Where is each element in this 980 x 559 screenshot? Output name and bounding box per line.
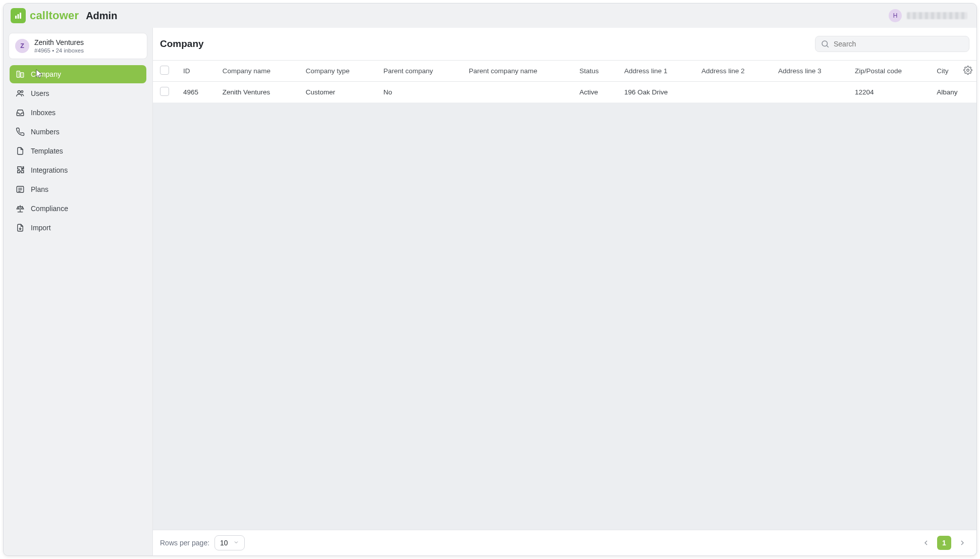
brand-name: calltower [30,9,79,22]
business-icon [16,70,25,79]
svg-rect-1 [18,14,19,19]
cell-status: Active [572,82,617,103]
cell-address2 [694,82,771,103]
users-icon [16,89,25,98]
topbar: calltower Admin H [4,4,976,28]
cell-company_name: Zenith Ventures [215,82,299,103]
row-checkbox[interactable] [160,87,169,96]
cell-address3 [771,82,848,103]
next-page-button[interactable] [955,536,969,550]
svg-point-10 [18,90,20,93]
pagination: 1 [919,536,969,550]
rows-per-page-select[interactable]: 10 [214,535,245,550]
column-header[interactable]: ID [176,61,215,82]
account-avatar: Z [15,39,29,53]
page-header: Company [153,28,976,61]
app-window: calltower Admin H Z Zenith Ventures #496… [3,3,977,556]
search-icon [821,39,830,48]
app-title: Admin [86,10,117,22]
user-avatar[interactable]: H [889,9,902,22]
table-row[interactable]: 4965Zenith VenturesCustomerNoActive196 O… [153,82,976,103]
user-name-redacted [907,12,967,19]
sidebar-nav: CompanyUsersInboxesNumbersTemplatesInteg… [9,65,147,237]
column-header[interactable]: Status [572,61,617,82]
svg-line-18 [827,45,828,47]
account-meta: #4965 • 24 inboxes [34,47,84,54]
page-title: Company [160,38,204,49]
column-header[interactable]: Address line 3 [771,61,848,82]
sidebar-item-templates[interactable]: Templates [10,142,146,160]
column-header[interactable]: Company type [299,61,376,82]
table-scroll[interactable]: IDCompany nameCompany typeParent company… [153,61,976,103]
sidebar-item-label: Integrations [31,166,68,174]
account-card[interactable]: Z Zenith Ventures #4965 • 24 inboxes [9,33,147,59]
account-name: Zenith Ventures [34,38,84,46]
body: Z Zenith Ventures #4965 • 24 inboxes Com… [4,28,976,555]
rows-per-page-label: Rows per page: [160,539,209,547]
header-checkbox-cell [153,61,176,82]
table-footer: Rows per page: 10 1 [153,530,976,555]
sidebar: Z Zenith Ventures #4965 • 24 inboxes Com… [4,28,153,555]
sidebar-item-label: Plans [31,185,48,193]
cell-parent_company: No [376,82,462,103]
brand-chip[interactable]: calltower [11,8,79,23]
inbox-icon [16,108,25,117]
cell-parent_company_name [462,82,572,103]
main: Company IDCompany nameC [153,28,976,555]
sidebar-item-company[interactable]: Company [10,65,146,83]
list-icon [16,185,25,194]
rows-per-page-value: 10 [220,539,228,547]
sidebar-item-integrations[interactable]: Integrations [10,161,146,179]
table-area: IDCompany nameCompany typeParent company… [153,61,976,103]
row-checkbox-cell [153,82,176,103]
sidebar-item-users[interactable]: Users [10,84,146,103]
cell-zip: 12204 [848,82,930,103]
sidebar-item-label: Templates [31,147,63,155]
svg-point-19 [967,69,969,72]
column-settings-button[interactable] [963,66,972,75]
column-header[interactable]: Address line 2 [694,61,771,82]
sidebar-item-label: Import [31,224,51,232]
sidebar-item-label: Company [31,70,61,78]
column-header[interactable]: Parent company name [462,61,572,82]
search-input-wrap[interactable] [815,36,969,52]
svg-rect-2 [20,13,21,19]
svg-point-11 [21,90,23,92]
phone-icon [16,127,25,136]
select-all-checkbox[interactable] [160,66,169,75]
column-header[interactable]: Company name [215,61,299,82]
footer-left: Rows per page: 10 [160,535,245,550]
puzzle-icon [16,166,25,175]
cell-id: 4965 [176,82,215,103]
chevron-down-icon [233,539,239,547]
column-header[interactable]: Parent company [376,61,462,82]
sidebar-item-label: Users [31,89,49,97]
balance-icon [16,204,25,213]
sidebar-item-label: Compliance [31,205,68,213]
cell-city: Albany [930,82,976,103]
column-header[interactable]: Address line 1 [617,61,694,82]
empty-space [153,103,976,530]
sidebar-item-inboxes[interactable]: Inboxes [10,104,146,122]
svg-rect-0 [15,16,17,19]
search-input[interactable] [834,40,964,48]
sidebar-item-label: Inboxes [31,109,56,117]
import-icon [16,223,25,232]
cell-company_type: Customer [299,82,376,103]
sidebar-item-compliance[interactable]: Compliance [10,199,146,218]
company-table: IDCompany nameCompany typeParent company… [153,61,976,103]
cell-address1: 196 Oak Drive [617,82,694,103]
prev-page-button[interactable] [919,536,933,550]
sidebar-item-import[interactable]: Import [10,219,146,237]
topbar-right: H [889,9,967,22]
svg-rect-4 [21,73,24,77]
brand-area: calltower Admin [11,8,117,23]
sidebar-item-numbers[interactable]: Numbers [10,123,146,141]
brand-logo-icon [11,8,26,23]
column-header[interactable]: Zip/Postal code [848,61,930,82]
svg-point-17 [822,41,828,46]
sidebar-item-plans[interactable]: Plans [10,180,146,198]
document-icon [16,146,25,156]
page-number-current[interactable]: 1 [937,536,951,550]
sidebar-item-label: Numbers [31,128,60,136]
